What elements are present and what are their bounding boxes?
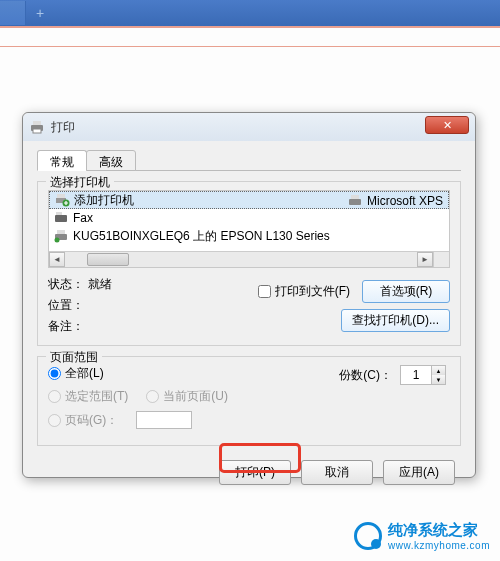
print-to-file-label: 打印到文件(F) xyxy=(275,283,350,300)
range-current-label: 当前页面(U) xyxy=(163,388,228,405)
range-selection-label: 选定范围(T) xyxy=(65,388,128,405)
apply-button[interactable]: 应用(A) xyxy=(383,460,455,485)
tab-advanced[interactable]: 高级 xyxy=(86,150,136,171)
fax-icon xyxy=(53,210,69,226)
page-range-legend: 页面范围 xyxy=(46,349,102,366)
browser-tab[interactable] xyxy=(0,1,26,25)
range-pages-input[interactable] xyxy=(48,414,61,427)
comment-label: 备注： xyxy=(48,318,88,335)
printer-item-fax[interactable]: Fax xyxy=(49,209,449,227)
horizontal-scrollbar[interactable]: ◄ ► xyxy=(49,251,433,267)
range-selection-input[interactable] xyxy=(48,390,61,403)
dialog-title: 打印 xyxy=(51,119,75,136)
print-to-file-input[interactable] xyxy=(258,285,271,298)
printer-item-label: KUG51BOINXGLEQ6 上的 EPSON L130 Series xyxy=(73,228,330,245)
range-current-radio[interactable]: 当前页面(U) xyxy=(146,388,228,405)
printer-list[interactable]: 添加打印机 Fax KUG51BOINXGLEQ6 上的 EPSON L130 … xyxy=(48,190,450,268)
copies-label: 份数(C)： xyxy=(339,367,392,384)
svg-point-10 xyxy=(55,238,60,243)
copies-value: 1 xyxy=(401,366,431,384)
svg-rect-7 xyxy=(56,212,62,215)
find-printer-button[interactable]: 查找打印机(D)... xyxy=(341,309,450,332)
location-label: 位置： xyxy=(48,297,88,314)
range-all-label: 全部(L) xyxy=(65,365,104,382)
add-printer-icon xyxy=(54,192,70,208)
tab-bar: 常规 高级 xyxy=(37,149,461,171)
pages-input[interactable] xyxy=(136,411,192,429)
scrollbar-thumb[interactable] xyxy=(87,253,129,266)
print-button[interactable]: 打印(P) xyxy=(219,460,291,485)
range-selection-radio[interactable]: 选定范围(T) xyxy=(48,388,128,405)
range-pages-label: 页码(G)： xyxy=(65,412,118,429)
select-printer-fieldset: 选择打印机 添加打印机 Fax xyxy=(37,181,461,346)
printer-item-msxps[interactable]: Microsoft XPS xyxy=(347,193,443,209)
svg-rect-4 xyxy=(57,194,65,198)
printer-item-label: Microsoft XPS xyxy=(367,194,443,208)
status-value: 就绪 xyxy=(88,276,258,293)
svg-rect-1 xyxy=(33,121,41,125)
cancel-button[interactable]: 取消 xyxy=(301,460,373,485)
copies-down-button[interactable]: ▼ xyxy=(432,375,445,384)
copies-up-button[interactable]: ▲ xyxy=(432,366,445,375)
preferences-button[interactable]: 首选项(R) xyxy=(362,280,450,303)
divider xyxy=(0,46,500,47)
select-printer-legend: 选择打印机 xyxy=(46,174,114,191)
print-to-file-checkbox[interactable]: 打印到文件(F) xyxy=(258,283,350,300)
printer-icon xyxy=(347,193,363,209)
svg-rect-2 xyxy=(33,129,41,133)
svg-rect-6 xyxy=(55,215,67,222)
tab-general[interactable]: 常规 xyxy=(37,150,87,171)
status-label: 状态： xyxy=(48,276,88,293)
new-tab-button[interactable]: + xyxy=(30,3,50,23)
browser-tab-bar: + xyxy=(0,0,500,26)
scroll-left-button[interactable]: ◄ xyxy=(49,252,65,267)
range-pages-radio[interactable]: 页码(G)： xyxy=(48,412,118,429)
scrollbar-corner xyxy=(433,251,449,267)
range-current-input[interactable] xyxy=(146,390,159,403)
network-printer-icon xyxy=(53,228,69,244)
printer-item-label: 添加打印机 xyxy=(74,192,134,209)
printer-item-label: Fax xyxy=(73,211,93,225)
range-all-radio[interactable]: 全部(L) xyxy=(48,365,104,382)
close-button[interactable]: ✕ xyxy=(425,116,469,134)
watermark-logo-icon xyxy=(354,522,382,550)
printer-icon xyxy=(29,119,45,135)
svg-rect-11 xyxy=(349,199,361,205)
svg-rect-12 xyxy=(351,195,359,199)
printer-item-epson[interactable]: KUG51BOINXGLEQ6 上的 EPSON L130 Series xyxy=(49,227,449,245)
watermark: 纯净系统之家 www.kzmyhome.com xyxy=(354,521,490,551)
range-all-input[interactable] xyxy=(48,367,61,380)
watermark-title: 纯净系统之家 xyxy=(388,521,490,540)
scroll-right-button[interactable]: ► xyxy=(417,252,433,267)
dialog-titlebar[interactable]: 打印 ✕ xyxy=(23,113,475,141)
watermark-url: www.kzmyhome.com xyxy=(388,540,490,551)
page-range-fieldset: 页面范围 全部(L) 选定范围(T) 当前页面(U) xyxy=(37,356,461,446)
svg-rect-9 xyxy=(57,230,65,234)
copies-spinner[interactable]: 1 ▲ ▼ xyxy=(400,365,446,385)
print-dialog: 打印 ✕ 常规 高级 选择打印机 添加打印机 xyxy=(22,112,476,478)
